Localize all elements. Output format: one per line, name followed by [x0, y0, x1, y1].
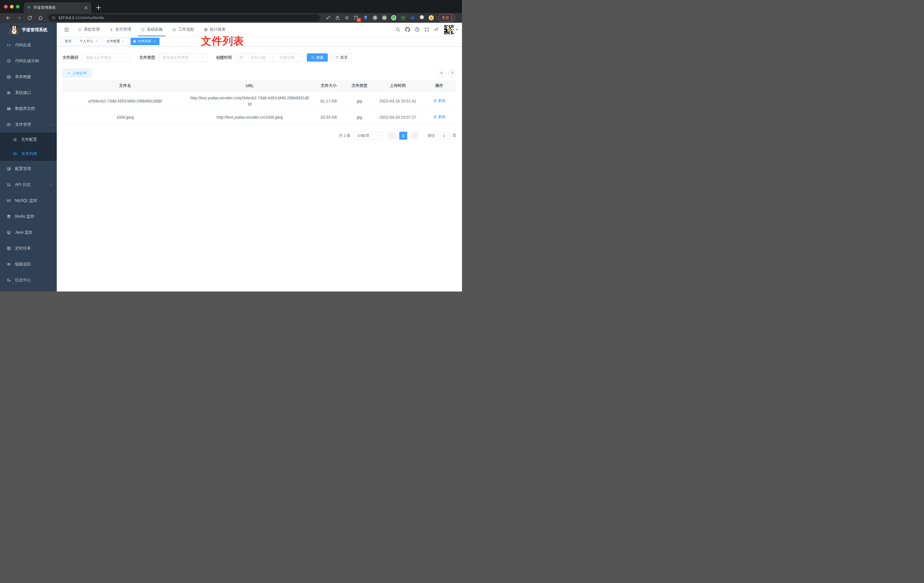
- prev-page-button[interactable]: [388, 132, 396, 140]
- star-extension-icon[interactable]: [401, 15, 406, 20]
- caret-down-icon[interactable]: [455, 28, 459, 31]
- col-size: 文件大小: [312, 80, 346, 91]
- command-extension-icon[interactable]: ⌘: [372, 15, 378, 20]
- record-extension-icon[interactable]: [382, 15, 387, 20]
- sidebar-item[interactable]: 代码生成: [0, 37, 57, 53]
- close-icon[interactable]: [122, 40, 125, 43]
- puzzle-extension-icon[interactable]: [419, 15, 424, 20]
- search-button[interactable]: 搜索: [307, 53, 328, 61]
- sidebar-item-label: 代码生成: [15, 43, 31, 48]
- doc-edit-icon: [7, 278, 11, 282]
- view-tag[interactable]: 个人中心: [77, 38, 101, 45]
- table-tools: [437, 69, 456, 77]
- sidebar-item[interactable]: Redis 监控: [0, 209, 57, 225]
- browser-update-button[interactable]: 更新: [438, 14, 455, 21]
- chevron-icon: [49, 167, 53, 171]
- window-controls[interactable]: [4, 5, 20, 8]
- delete-button[interactable]: 删除: [433, 97, 446, 104]
- close-icon[interactable]: [153, 40, 157, 43]
- sidebar-item[interactable]: 链路追踪: [0, 256, 57, 272]
- reload-icon[interactable]: [27, 15, 32, 20]
- trash-icon: [433, 99, 437, 103]
- sidebar-item-label: 定时任务: [15, 246, 31, 251]
- balloon-extension-icon[interactable]: [363, 15, 368, 20]
- gear-icon: [78, 28, 82, 32]
- view-tag[interactable]: 首页: [62, 38, 74, 45]
- page-size-select[interactable]: 10条/页: [353, 132, 382, 140]
- top-menu-label: 系统管理: [84, 27, 100, 32]
- end-date-placeholder[interactable]: 结束日期: [274, 55, 300, 60]
- sidebar-item[interactable]: 文件列表: [0, 147, 57, 161]
- tab-close-icon[interactable]: [84, 5, 89, 10]
- chevron-icon: [49, 43, 53, 47]
- sidebar-item-label: 数据库文档: [15, 106, 35, 111]
- date-range-picker[interactable]: 开始日期 - 结束日期: [236, 53, 303, 61]
- sidebar-item[interactable]: 数据库文档: [0, 101, 57, 117]
- file-path-input[interactable]: 请输入文件路径: [82, 53, 130, 61]
- sidebar-item[interactable]: Java 监控: [0, 225, 57, 240]
- file-type-select[interactable]: 请选择文件类型: [159, 53, 208, 61]
- sidebar-item[interactable]: API 日志: [0, 177, 57, 193]
- start-date-placeholder[interactable]: 开始日期: [245, 55, 271, 60]
- top-menu-item[interactable]: 工作流程: [167, 23, 199, 36]
- cell-type: jpg: [346, 91, 373, 111]
- help-icon[interactable]: [414, 27, 420, 32]
- url-text[interactable]: 127.0.0.1:1024/infra/file/file: [58, 16, 104, 20]
- browser-menu-icon[interactable]: [451, 16, 452, 20]
- top-menu-item[interactable]: 统计报表: [199, 23, 231, 36]
- new-tab-button[interactable]: [95, 4, 102, 12]
- forward-icon[interactable]: [16, 15, 21, 20]
- browser-tab[interactable]: 芋道管理系统: [24, 2, 91, 13]
- sidebar-item[interactable]: MySQL 监控: [0, 193, 57, 209]
- close-icon[interactable]: [95, 40, 99, 43]
- show-search-button[interactable]: [437, 69, 446, 77]
- reset-button[interactable]: 重置: [331, 53, 352, 61]
- col-time: 上传时间: [373, 80, 422, 91]
- password-key-icon[interactable]: [326, 15, 331, 20]
- gear-icon: [13, 137, 17, 142]
- delete-button[interactable]: 删除: [433, 114, 446, 120]
- site-info-icon[interactable]: [52, 16, 56, 20]
- view-tag[interactable]: 文件列表: [130, 38, 160, 45]
- y-extension-icon[interactable]: y: [391, 15, 396, 20]
- view-tag[interactable]: 文件配置: [104, 38, 128, 45]
- minimize-window-button[interactable]: [10, 5, 13, 8]
- sidebar-item-label: 日志中心: [15, 277, 31, 283]
- sidebar-item[interactable]: 表单构建: [0, 69, 57, 85]
- refresh-table-button[interactable]: [449, 69, 456, 77]
- logo-avatar: [9, 25, 19, 35]
- sidebar-logo[interactable]: 芋道管理系统: [0, 23, 57, 37]
- sidebar-item[interactable]: 代码生成示例: [0, 53, 57, 69]
- fullscreen-icon[interactable]: [424, 27, 429, 32]
- search-icon[interactable]: [395, 27, 401, 32]
- maximize-window-button[interactable]: [16, 5, 20, 8]
- top-menu-item[interactable]: 系统管理: [73, 23, 104, 36]
- address-bar[interactable]: 127.0.0.1:1024/infra/file/file: [48, 14, 320, 21]
- top-menu-item[interactable]: 支付管理: [104, 23, 136, 36]
- sidebar-item[interactable]: 文件配置: [0, 132, 57, 147]
- sidebar-item[interactable]: 定时任务: [0, 240, 57, 256]
- emoji-extension-icon[interactable]: [429, 15, 434, 20]
- tiles-extension-icon[interactable]: 11: [353, 15, 359, 20]
- github-icon[interactable]: [405, 27, 410, 32]
- sidebar-item[interactable]: 配置管理: [0, 161, 57, 177]
- upload-file-button[interactable]: 上传文件: [63, 69, 91, 77]
- home-icon[interactable]: [38, 15, 43, 20]
- annotation-text: 文件列表: [201, 36, 244, 46]
- bookmark-star-icon[interactable]: [345, 15, 349, 20]
- sidebar-item[interactable]: 系统接口: [0, 85, 57, 101]
- sidebar-item[interactable]: 日志中心: [0, 272, 57, 288]
- avatar[interactable]: [444, 25, 454, 34]
- current-page[interactable]: 1: [399, 132, 407, 140]
- goto-page-input[interactable]: 1: [437, 132, 450, 140]
- back-icon[interactable]: [6, 15, 11, 20]
- sidebar-item[interactable]: 文件管理: [0, 117, 57, 132]
- top-menu-item[interactable]: 基础设施: [136, 23, 167, 36]
- share-icon[interactable]: [335, 15, 340, 20]
- svg-text:⌘: ⌘: [373, 16, 376, 19]
- eye-extension-icon[interactable]: [410, 15, 415, 20]
- font-size-icon[interactable]: [434, 27, 439, 32]
- close-window-button[interactable]: [4, 5, 8, 8]
- collapse-sidebar-icon[interactable]: [64, 27, 69, 32]
- next-page-button[interactable]: [411, 132, 419, 140]
